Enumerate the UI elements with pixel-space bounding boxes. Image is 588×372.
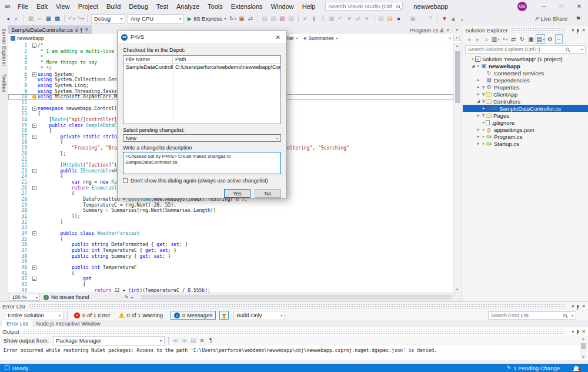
close-icon[interactable]: ✕ — [582, 28, 586, 33]
code-line-43[interactable]: 43 { — [8, 282, 453, 288]
output-word-wrap-icon[interactable]: ¶ — [207, 336, 215, 346]
collapsed-arrow-icon[interactable]: ▸ — [476, 92, 481, 97]
menu-test[interactable]: Test — [152, 2, 172, 11]
menu-file[interactable]: File — [14, 2, 32, 11]
errors-filter-button[interactable]: 0 of 1 Error — [74, 312, 111, 318]
notifications-bell-icon[interactable] — [574, 366, 579, 370]
error-list-title[interactable]: Error List ▾ ✕ — [0, 302, 588, 310]
build-filter-dropdown[interactable]: Build Only▾ — [233, 311, 285, 320]
menu-extensions[interactable]: Extensions — [227, 2, 267, 11]
tree-item-dependencies[interactable]: ▸▦Dependencies — [463, 77, 588, 84]
p4-history-icon[interactable]: ≡ — [363, 14, 371, 24]
code-line-30[interactable]: 30 Summary = Summaries[rng.Next(Summarie… — [8, 208, 453, 214]
sync-icon[interactable]: ⇄ — [247, 14, 255, 24]
p4-revert-icon[interactable]: ↶ — [337, 14, 345, 24]
code-line-29[interactable]: 29 TemperatureC = rng.Next(-20, 55), — [8, 202, 453, 208]
tab-sampledatacontroller[interactable]: SampleDataController.cs ✕ — [8, 25, 92, 34]
expanded-arrow-icon[interactable]: ◢ — [476, 99, 481, 104]
p4-submit-icon[interactable]: ▤ — [386, 14, 394, 24]
send-feedback-icon[interactable]: ⚑ — [576, 15, 581, 22]
code-line-37[interactable]: 37 public int TemperatureC { get; set; } — [8, 248, 453, 254]
solution-search[interactable]: ▾ — [463, 44, 588, 54]
dont-show-again-option[interactable]: Don't show this dialog again (always use… — [123, 178, 281, 184]
navigate-backward-icon[interactable]: ◂ — [4, 14, 12, 24]
window-position-icon[interactable]: ▾ — [572, 304, 574, 309]
code-line-36[interactable]: 36 public string DateFormatted { get; se… — [8, 242, 453, 248]
se-sync-active-document-icon[interactable]: ⇄ — [509, 34, 517, 44]
menu-project[interactable]: Project — [74, 2, 102, 11]
pin-icon[interactable] — [577, 29, 579, 32]
code-line-34[interactable]: 34 public class WeatherForecast — [8, 231, 453, 237]
fold-marker-icon[interactable] — [31, 44, 38, 48]
scrollbar-thumb[interactable] — [455, 51, 460, 103]
p4-help-icon[interactable]: ? — [427, 14, 435, 24]
output-clear-all-icon[interactable]: ✕ — [198, 336, 206, 346]
fold-marker-icon[interactable] — [31, 277, 38, 281]
fold-marker-icon[interactable] — [31, 107, 38, 111]
scroll-down-icon[interactable]: ▼ — [580, 356, 587, 359]
window-position-icon[interactable]: ▾ — [572, 329, 574, 334]
code-line-42[interactable]: 42 get — [8, 276, 453, 282]
menu-analyze[interactable]: Analyze — [172, 2, 203, 11]
fold-marker-icon[interactable] — [31, 72, 38, 77]
code-line-39[interactable]: 39 — [8, 259, 453, 265]
undo-icon[interactable]: ↶▾ — [68, 14, 75, 24]
yes-button[interactable]: Yes — [224, 189, 250, 198]
breadcrumb-project[interactable]: newwebapp — [11, 34, 44, 42]
menu-debug[interactable]: Debug — [125, 2, 152, 11]
user-avatar[interactable]: CG — [517, 2, 527, 11]
menu-build[interactable]: Build — [102, 2, 125, 11]
save-all-icon[interactable]: ▩ — [54, 14, 61, 24]
close-icon[interactable]: ✕ — [582, 329, 586, 334]
close-icon[interactable]: ✕ — [582, 304, 586, 309]
changelist-dropdown[interactable]: New▾ — [123, 134, 281, 142]
tree-item-solution-newwebapp-1-project[interactable]: ●∞Solution 'newwebapp' (1 project) — [463, 55, 588, 62]
zoom-level-dropdown[interactable]: 100 %▾ — [9, 294, 40, 301]
panel-tab-node-js-interactive-window[interactable]: Node.js Interactive Window — [32, 320, 105, 327]
scroll-up-icon[interactable]: ▲ — [454, 44, 460, 48]
code-line-35[interactable]: 35 { — [8, 236, 453, 242]
p4-diff-icon[interactable]: ⇄ — [355, 14, 362, 24]
error-scope-dropdown[interactable]: Entire Solution▾ — [5, 311, 64, 320]
split-window-button[interactable]: + — [453, 35, 460, 41]
tree-item-pages[interactable]: ▸?Pages — [463, 112, 588, 119]
tree-item-clientapp[interactable]: ▸?ClientApp — [463, 91, 588, 98]
collapsed-arrow-icon[interactable]: ▸ — [476, 134, 481, 139]
panel-tab-error-list[interactable]: Error List — [2, 320, 32, 327]
checkbox[interactable] — [123, 178, 128, 183]
code-line-31[interactable]: 31 }); — [8, 214, 453, 220]
column-header-filename[interactable]: File Name — [123, 56, 173, 63]
fold-marker-icon[interactable] — [31, 186, 38, 190]
server-explorer-tab[interactable]: Server Explorer — [0, 25, 8, 70]
breadcrumb-member[interactable]: ◆ Summaries▾ — [303, 34, 338, 42]
tree-item-startup-cs[interactable]: ▸●C#Startup.cs — [463, 140, 588, 147]
horizontal-scrollbar[interactable] — [141, 295, 452, 300]
code-line-32[interactable]: 32 } — [8, 219, 453, 225]
p4-checkout-icon[interactable]: ✓ — [302, 14, 309, 24]
live-share-button[interactable]: ⇗Live Share — [534, 15, 567, 22]
close-button[interactable]: ✕ — [570, 0, 588, 12]
toolbox-tab[interactable]: Toolbox — [0, 70, 8, 96]
se-home-icon[interactable]: ⌂ — [483, 34, 490, 44]
navigate-forward-icon[interactable]: ▸ — [13, 14, 21, 24]
collapsed-arrow-icon[interactable]: ▸ — [476, 113, 481, 118]
fold-marker-icon[interactable] — [31, 169, 38, 173]
code-line-40[interactable]: 40 public int TemperatureF — [8, 265, 453, 271]
se-preview-selected-icon[interactable]: − — [555, 34, 563, 44]
open-file-icon[interactable]: ▱ — [36, 14, 44, 24]
solution-explorer-title[interactable]: Solution Explorer ▾ ✕ — [463, 26, 588, 34]
output-source-dropdown[interactable]: Package Manager▾ — [53, 336, 165, 346]
tab-program[interactable]: Program.cs ✕ — [410, 27, 450, 34]
maximize-button[interactable]: □ — [553, 0, 570, 12]
web-profiler-icon[interactable]: ▣ — [238, 14, 246, 24]
dialog-close-button[interactable]: ✕ — [273, 34, 283, 41]
code-line-33[interactable]: 33 — [8, 225, 453, 231]
se-forward-icon[interactable]: ▸ — [474, 34, 482, 44]
tree-item-controllers[interactable]: ◢?Controllers — [463, 98, 588, 105]
close-tab-icon[interactable]: ✕ — [85, 27, 89, 32]
refresh-icon[interactable]: ↻▾ — [229, 14, 237, 24]
filter-button[interactable] — [219, 311, 229, 320]
changelist-description-input[interactable]: <Checked out by P4VS> Chuck makes change… — [123, 152, 281, 174]
error-list-search[interactable]: ▾ — [488, 311, 576, 320]
editor-vertical-scrollbar[interactable]: ▲ ▼ — [453, 43, 460, 293]
